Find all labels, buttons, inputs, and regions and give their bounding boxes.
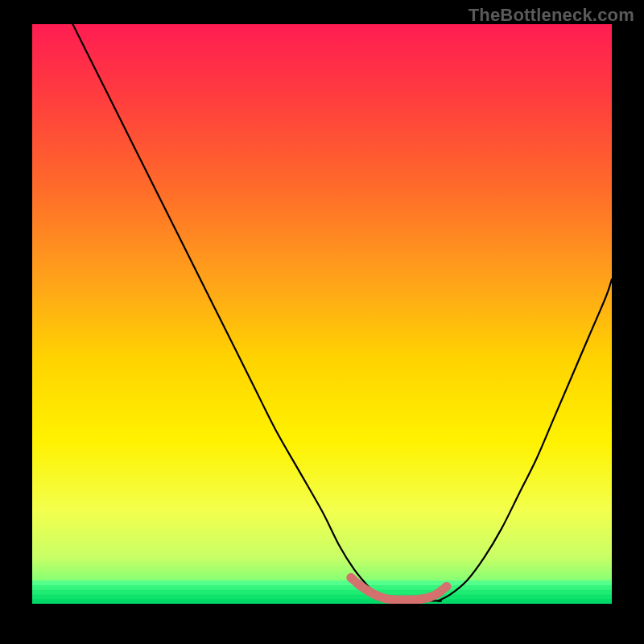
marker-dot (373, 591, 382, 600)
svg-rect-4 (32, 599, 612, 604)
marker-dot (416, 595, 425, 604)
svg-rect-0 (32, 580, 612, 585)
marker-dot (434, 589, 443, 598)
marker-dot (382, 594, 390, 603)
watermark-text: TheBottleneck.com (469, 5, 634, 26)
marker-dot (442, 582, 451, 591)
marker-dot (364, 587, 373, 596)
svg-rect-3 (32, 594, 612, 599)
bottleneck-chart (32, 24, 612, 604)
marker-dot (407, 595, 416, 604)
green-band (32, 580, 612, 604)
chart-frame: TheBottleneck.com (0, 0, 644, 644)
svg-rect-2 (32, 590, 612, 595)
svg-rect-1 (32, 585, 612, 590)
marker-dot (398, 595, 407, 604)
marker-dot (390, 595, 399, 604)
marker-dot (347, 573, 356, 582)
plot-area (32, 24, 612, 604)
gradient-background (32, 24, 612, 604)
marker-dot (355, 580, 364, 589)
marker-dot (425, 593, 434, 602)
